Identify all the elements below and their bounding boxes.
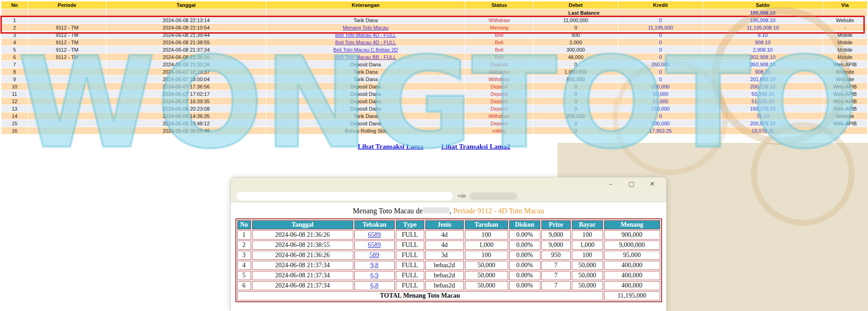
win-cell-no: 4 <box>237 261 251 270</box>
cell-keterangan: Deposit Dana <box>266 83 465 90</box>
cell-keterangan: Deposit Dana <box>266 98 465 105</box>
lihat-transaksi-lama2-link[interactable]: Lihat Transaksi Lama2 <box>441 143 510 150</box>
win-cell-tanggal: 2024-06-08 21:37:34 <box>252 271 353 280</box>
cell-via: Web-APIB <box>823 98 868 105</box>
cell-no: 9 <box>1 76 28 83</box>
win-cell-type: FULL <box>396 230 424 240</box>
close-icon[interactable]: ✕ <box>642 180 663 188</box>
transaction-row: 82024-06-07 18:29:37Tarik DanaWithdraw1,… <box>1 68 868 76</box>
keterangan-link[interactable]: Beli Toto Macau C.Bebas 2D <box>333 47 398 53</box>
cell-kredit: 350,000 <box>618 61 703 68</box>
transaction-row: 39112 - TM2024-06-08 21:39:44Beli Toto M… <box>1 31 868 39</box>
cell-debet: 0 <box>534 61 618 68</box>
win-cell-tebakan: 6589 <box>354 241 395 250</box>
cell-saldo: 195,008.10 <box>703 17 823 24</box>
tebakan-link[interactable]: 9,8 <box>370 262 379 269</box>
cell-tanggal: 2024-06-06 09:09:46 <box>106 127 266 135</box>
cell-via: Website <box>823 17 868 24</box>
cell-debet: 48,000 <box>534 53 618 61</box>
popup-address-bar: =de <box>231 190 666 202</box>
keterangan-link[interactable]: Beli Toto Macau 4D - FULL <box>335 32 396 38</box>
cell-status: Withdraw <box>465 68 534 76</box>
cell-tanggal: 2024-06-06 14:36:35 <box>106 112 266 120</box>
win-cell-jenis: bebas2d <box>425 281 464 290</box>
cell-keterangan: Tarik Dana <box>266 68 465 76</box>
cell-tanggal: 2024-06-07 17:02:17 <box>106 90 266 98</box>
cell-no: 16 <box>1 127 28 135</box>
cell-via: Mobile <box>823 31 868 39</box>
cell-keterangan: Deposit Dana <box>266 61 465 68</box>
tebakan-link[interactable]: 589 <box>369 252 379 258</box>
cell-status: Deposit <box>465 98 534 105</box>
maximize-icon[interactable]: ▢ <box>621 180 642 188</box>
tebakan-link[interactable]: 6589 <box>368 231 381 238</box>
tebakan-link[interactable]: 6,9 <box>370 272 379 279</box>
cell-via: - <box>823 24 868 31</box>
win-cell-taruhan: 1,000 <box>465 241 508 250</box>
cell-debet: 0 <box>534 83 618 90</box>
cell-kredit: 0 <box>618 68 703 76</box>
keterangan-link[interactable]: Beli Toto Macau BB - FULL <box>335 54 396 60</box>
transaction-row: 112024-06-07 17:02:17Deposit DanaDeposit… <box>1 90 868 98</box>
transaction-row: 162024-06-06 09:09:46Bonus Rolling Slotr… <box>1 127 868 135</box>
win-cell-tebakan: 6,8 <box>354 281 395 290</box>
win-cell-prize: 7 <box>541 271 571 280</box>
cell-periode <box>28 105 106 112</box>
win-col-prize: Prize <box>541 220 571 229</box>
cell-tanggal: 2024-06-08 21:33:26 <box>106 61 266 68</box>
cell-saldo: 51,028.10 <box>703 98 823 105</box>
win-cell-tanggal: 2024-06-08 21:37:34 <box>252 261 353 270</box>
cell-no: 5 <box>1 46 28 53</box>
win-col-jenis: Jenis <box>425 220 464 229</box>
column-header-periode: Periode <box>28 1 106 9</box>
win-cell-diskon: 0.00% <box>509 251 540 260</box>
cell-status: Deposit <box>465 61 534 68</box>
cell-via: Website <box>823 112 868 120</box>
cell-saldo: 18,078.35 <box>703 127 823 135</box>
lihat-transaksi-lama-link[interactable]: Lihat Transaksi Lama <box>358 143 423 150</box>
tebakan-link[interactable]: 6589 <box>368 241 381 248</box>
minimize-icon[interactable]: – <box>600 180 621 188</box>
win-total-row: TOTAL Menang Toto Macau 11,195,000 <box>237 291 660 300</box>
win-cell-diskon: 0.00% <box>509 261 540 270</box>
cell-status: rolling <box>465 127 534 135</box>
cell-status: Deposit <box>465 120 534 127</box>
last-balance-row: Last Balance 195,008.10 <box>1 9 868 17</box>
cell-debet: 300,000 <box>534 46 618 53</box>
win-cell-menang: 400,000 <box>604 261 660 270</box>
cell-status: Beli <box>465 46 534 53</box>
keterangan-link[interactable]: Menang Toto Macau <box>343 25 388 30</box>
last-balance-label: Last Balance <box>465 9 703 17</box>
cell-keterangan: Beli Toto Macau C.Bebas 2D <box>266 46 465 53</box>
cell-tanggal: 2024-06-08 21:36:26 <box>106 53 266 61</box>
page: No Periode Tanggal Keterangan Status Deb… <box>0 0 868 311</box>
cell-via: Web-APIB <box>823 105 868 112</box>
win-cell-diskon: 0.00% <box>509 281 540 290</box>
redacted-address-blur <box>469 193 517 200</box>
cell-tanggal: 2024-06-08 21:37:34 <box>106 46 266 53</box>
popup-title: Menang Toto Macau de, Periode 9112 - 4D … <box>231 207 666 215</box>
last-balance-saldo: 195,008.10 <box>703 9 823 17</box>
cell-tanggal: 2024-06-07 18:00:04 <box>106 76 266 83</box>
cell-no: 3 <box>1 31 28 39</box>
cell-status: Withdraw <box>465 112 534 120</box>
address-input[interactable] <box>236 192 453 200</box>
win-total-label: TOTAL Menang Toto Macau <box>237 291 603 300</box>
cell-kredit: 150,000 <box>618 105 703 112</box>
cell-keterangan: Beli Toto Macau BB - FULL <box>266 53 465 61</box>
cell-periode <box>28 76 106 83</box>
win-cell-bayar: 50,000 <box>572 281 603 290</box>
tebakan-link[interactable]: 6,8 <box>370 282 379 289</box>
column-header-keterangan: Keterangan <box>266 1 465 9</box>
win-col-taruhan: Taruhan <box>465 220 508 229</box>
win-col-diskon: Diskon <box>509 220 540 229</box>
win-detail-table: No Tanggal Tebakan Type Jenis Taruhan Di… <box>235 218 662 302</box>
cell-status: Beli <box>465 53 534 61</box>
cell-no: 6 <box>1 53 28 61</box>
win-cell-prize: 7 <box>541 281 571 290</box>
cell-debet: 0 <box>534 127 618 135</box>
transaction-row: 59112 - TM2024-06-08 21:37:34Beli Toto M… <box>1 46 868 53</box>
cell-saldo: 11,195,008.10 <box>703 24 823 31</box>
cell-kredit: 0 <box>618 39 703 46</box>
keterangan-link[interactable]: Beli Toto Macau 4D - FULL <box>335 40 396 45</box>
